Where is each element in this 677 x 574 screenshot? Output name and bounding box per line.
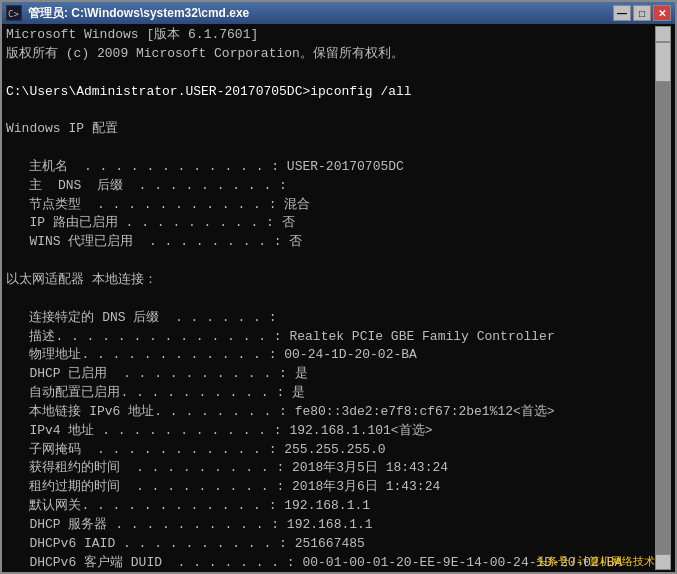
cmd-line: 自动配置已启用. . . . . . . . . . : 是 [6, 385, 305, 400]
svg-text:C>: C> [8, 9, 19, 19]
cmd-line: WINS 代理已启用 . . . . . . . . : 否 [6, 234, 302, 249]
cmd-line: C:\Users\Administrator.USER-20170705DC>i… [6, 84, 412, 99]
cmd-line: 物理地址. . . . . . . . . . . . : 00-24-1D-2… [6, 347, 417, 362]
scroll-down-button[interactable]: ▼ [655, 554, 671, 570]
window-title: 管理员: C:\Windows\system32\cmd.exe [28, 5, 249, 22]
cmd-line: IP 路由已启用 . . . . . . . . . : 否 [6, 215, 295, 230]
cmd-line: DHCP 已启用 . . . . . . . . . . : 是 [6, 366, 308, 381]
scroll-up-button[interactable]: ▲ [655, 26, 671, 42]
cmd-content: Microsoft Windows [版本 6.1.7601] 版权所有 (c)… [6, 26, 655, 570]
cmd-line: 主机名 . . . . . . . . . . . . : USER-20170… [6, 159, 404, 174]
cmd-line: 以太网适配器 本地连接： [6, 272, 157, 287]
cmd-window: C> 管理员: C:\Windows\system32\cmd.exe — □ … [0, 0, 677, 574]
scroll-thumb[interactable] [655, 42, 671, 82]
cmd-line: DHCPv6 客户端 DUID . . . . . . . : 00-01-00… [6, 555, 622, 570]
scroll-track[interactable] [655, 42, 671, 554]
maximize-button[interactable]: □ [633, 5, 651, 21]
cmd-line: 租约过期的时间 . . . . . . . . . : 2018年3月6日 1:… [6, 479, 440, 494]
title-bar-left: C> 管理员: C:\Windows\system32\cmd.exe [6, 5, 249, 22]
watermark: 头条号 / 计算机网络技术 [536, 554, 655, 570]
title-bar: C> 管理员: C:\Windows\system32\cmd.exe — □ … [2, 2, 675, 24]
cmd-line: IPv4 地址 . . . . . . . . . . . : 192.168.… [6, 423, 432, 438]
cmd-line: 本地链接 IPv6 地址. . . . . . . . : fe80::3de2… [6, 404, 555, 419]
cmd-line: 子网掩码 . . . . . . . . . . . : 255.255.255… [6, 442, 386, 457]
cmd-line: Windows IP 配置 [6, 121, 118, 136]
cmd-line: 连接特定的 DNS 后缀 . . . . . . : [6, 310, 276, 325]
cmd-icon: C> [6, 5, 22, 21]
scrollbar[interactable]: ▲ ▼ [655, 26, 671, 570]
cmd-area: Microsoft Windows [版本 6.1.7601] 版权所有 (c)… [2, 24, 675, 572]
cmd-line: 版权所有 (c) 2009 Microsoft Corporation。保留所有… [6, 46, 404, 61]
cmd-line: 描述. . . . . . . . . . . . . . : Realtek … [6, 329, 555, 344]
cmd-line: 主 DNS 后缀 . . . . . . . . . : [6, 178, 287, 193]
cmd-line: DHCPv6 IAID . . . . . . . . . . : 251667… [6, 536, 365, 551]
cmd-line: 节点类型 . . . . . . . . . . . : 混合 [6, 197, 310, 212]
cmd-line: 获得租约的时间 . . . . . . . . . : 2018年3月5日 18… [6, 460, 448, 475]
cmd-line: DHCP 服务器 . . . . . . . . . . : 192.168.1… [6, 517, 373, 532]
minimize-button[interactable]: — [613, 5, 631, 21]
title-buttons: — □ ✕ [613, 5, 671, 21]
cmd-line: 默认网关. . . . . . . . . . . . : 192.168.1.… [6, 498, 370, 513]
close-button[interactable]: ✕ [653, 5, 671, 21]
cmd-line: Microsoft Windows [版本 6.1.7601] [6, 27, 258, 42]
